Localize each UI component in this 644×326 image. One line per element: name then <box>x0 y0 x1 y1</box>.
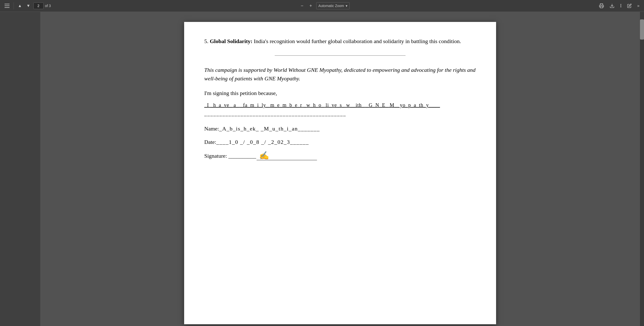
signing-intro: I'm signing this petition because, <box>204 89 476 97</box>
signature-drawing-area: ✍ <box>257 151 307 160</box>
point-5-number: 5. <box>204 38 210 44</box>
zoom-label: Automatic Zoom <box>318 4 344 8</box>
sidebar <box>0 12 40 326</box>
page-number-input[interactable] <box>33 3 44 9</box>
page-of-text: of 3 <box>45 4 51 8</box>
toolbar-left: ▲ ▼ of 3 <box>3 2 51 9</box>
zoom-arrow-icon: ▾ <box>346 4 347 8</box>
name-field: Name:_A_b_is_h_ek_ _M_u_th_i_an_______ <box>204 124 476 133</box>
next-page-button[interactable]: ▼ <box>25 3 32 9</box>
toolbar: ▲ ▼ of 3 − + Automatic Zoom ▾ <box>0 0 644 12</box>
page-content: 5. Global Solidarity: India's recognitio… <box>204 37 476 160</box>
signing-reason: _I _h_a_ve_ a_ _fa_m_i_ly_ m_e_m_b_e_r _… <box>204 101 476 109</box>
point-5-paragraph: 5. Global Solidarity: India's recognitio… <box>204 37 476 45</box>
point-5-title: Global Solidarity: <box>210 38 252 44</box>
signature-glyph: ✍ <box>259 151 269 159</box>
section-divider <box>275 55 406 56</box>
draw-tool-button[interactable] <box>626 3 633 9</box>
toolbar-center: − + Automatic Zoom ▾ <box>53 2 595 9</box>
more-tools-button[interactable]: » <box>636 3 641 9</box>
toolbar-right: I » <box>597 2 641 10</box>
toolbar-separator-1 <box>14 2 14 9</box>
zoom-out-button[interactable]: − <box>299 3 306 9</box>
date-value: ____1_0 _/ _0_8 _/ _2_02_3______ <box>216 139 309 145</box>
zoom-in-button[interactable]: + <box>307 3 314 9</box>
page-input-group: of 3 <box>33 3 51 9</box>
main-area: 5. Global Solidarity: India's recognitio… <box>0 12 644 326</box>
svg-rect-2 <box>5 6 10 6</box>
signature-field: Signature: __________ ✍ <box>204 151 476 160</box>
svg-rect-1 <box>5 4 10 4</box>
point-5-text: India's recognition would further global… <box>252 38 461 44</box>
prev-page-button[interactable]: ▲ <box>16 3 23 9</box>
name-value: _A_b_is_h_ek_ _M_u_th_i_an_______ <box>219 125 320 132</box>
scrollbar-track[interactable] <box>640 12 644 326</box>
date-label: Date: <box>204 139 216 145</box>
pdf-viewer[interactable]: 5. Global Solidarity: India's recognitio… <box>40 12 640 326</box>
separator-line: ________________________________________… <box>204 110 476 117</box>
pdf-page: 5. Global Solidarity: India's recognitio… <box>184 22 496 324</box>
text-tool-button[interactable]: I <box>619 2 623 10</box>
download-button[interactable] <box>608 2 616 9</box>
signature-trailing-underline <box>307 151 317 160</box>
signature-label: Signature: __________ <box>204 152 256 160</box>
scrollbar-thumb[interactable] <box>640 19 644 40</box>
campaign-paragraph: This campaign is supported by World With… <box>204 66 476 83</box>
svg-rect-4 <box>600 6 603 8</box>
zoom-select[interactable]: Automatic Zoom ▾ <box>316 2 350 9</box>
print-button[interactable] <box>597 2 606 9</box>
sidebar-toggle-button[interactable] <box>3 3 11 9</box>
date-field: Date:____1_0 _/ _0_8 _/ _2_02_3______ <box>204 138 476 146</box>
name-label: Name: <box>204 125 219 132</box>
svg-rect-3 <box>5 7 10 8</box>
